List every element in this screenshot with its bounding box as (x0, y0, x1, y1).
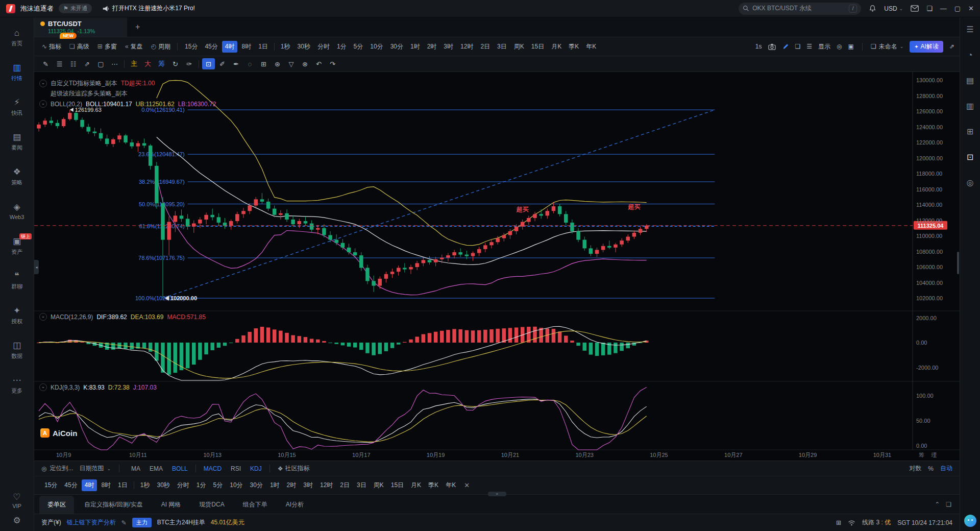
refresh-tool[interactable]: ↻ (169, 58, 182, 69)
account-status-badge[interactable]: ⚑ 未开通 (59, 4, 92, 13)
locate-button[interactable]: ◎ 定位到... (41, 464, 74, 473)
discover-panel-icon[interactable]: ◎ (967, 179, 974, 187)
assets-label[interactable]: 资产(¥) (41, 518, 61, 527)
sidebar-item[interactable]: ◫ 数据 (0, 333, 34, 368)
layout-name-selector[interactable]: ❏ 未命名 (871, 42, 903, 51)
timeframe-button[interactable]: 45分 (61, 479, 80, 491)
ai-explain-button[interactable]: AI解读 (910, 41, 943, 53)
depth-panel-icon[interactable]: ▥ (966, 102, 974, 110)
log-scale-toggle[interactable]: 对数 (909, 464, 921, 473)
currency-selector[interactable]: USD (884, 5, 903, 12)
main-chart-button[interactable]: 主 (128, 58, 140, 69)
timeframe-button[interactable]: 2时 (424, 41, 440, 53)
collapse-panel-icon[interactable]: ⌃ (935, 501, 940, 508)
object-list-icon[interactable]: ☰ (806, 43, 812, 50)
bottom-tab[interactable]: 组合下单 (235, 496, 276, 514)
chart-scrollbar[interactable] (957, 252, 959, 274)
onchain-assets-link[interactable]: 链上链下资产分析 (67, 518, 116, 527)
alerts-panel-icon[interactable]: ◔ (968, 51, 973, 59)
bell-icon[interactable] (869, 5, 876, 12)
line-tools[interactable]: ☰ (53, 58, 66, 69)
magnet-tool[interactable]: ◌ (243, 58, 256, 69)
add-tab-button[interactable]: + (135, 22, 140, 32)
timeframe-button[interactable]: 8时 (98, 479, 114, 491)
timeframe-button[interactable]: 12时 (457, 41, 476, 53)
sidebar-item[interactable]: ⋯ 更多 (0, 368, 34, 402)
timeframe-button[interactable]: 年K (443, 479, 459, 491)
main-force-badge[interactable]: 主力 (132, 518, 152, 527)
percent-scale-toggle[interactable]: % (928, 465, 934, 472)
collapse-chevron-icon[interactable] (39, 100, 47, 108)
panel-layout-icon[interactable]: ❏ (926, 5, 933, 12)
timeframe-button[interactable]: 15日 (388, 479, 407, 491)
sidebar-item[interactable]: ▥ 行情 (0, 55, 34, 90)
sidebar-item[interactable]: ▣ 资产 链上 (0, 229, 34, 263)
close-button[interactable]: ✕ (968, 5, 974, 12)
indicator-toggle[interactable]: MACD (200, 464, 225, 473)
edit-icon[interactable]: ✎ (121, 519, 127, 526)
toolbar-button[interactable]: ⊞ 多窗 (95, 41, 119, 53)
timeframe-button[interactable]: 3时 (440, 41, 456, 53)
camera-icon[interactable] (768, 43, 776, 50)
timeframe-button[interactable]: 4时 (222, 41, 238, 53)
news-panel-icon[interactable]: ▤ (966, 77, 974, 85)
timeframe-button[interactable]: 3日 (494, 41, 510, 53)
indicator-toggle[interactable]: EMA (146, 464, 166, 473)
indicator-toggle[interactable]: MA (128, 464, 144, 473)
filter-tool[interactable]: ▽ (285, 58, 298, 69)
panel-mode-icon[interactable]: ❏ (946, 501, 951, 508)
timeframe-button[interactable]: 2日 (477, 41, 493, 53)
timeframe-button[interactable]: 10分 (227, 479, 246, 491)
minimize-button[interactable]: — (940, 5, 947, 12)
close-timeframe-bar-icon[interactable]: ✕ (464, 481, 470, 489)
timeframe-button[interactable]: 1日 (115, 479, 131, 491)
redo-button[interactable]: ↷ (326, 58, 339, 69)
cursor-select-tool[interactable]: ⊡ (202, 58, 215, 69)
pen-tool[interactable]: ✒ (230, 58, 242, 69)
fullscreen-icon[interactable]: ▣ (848, 43, 854, 50)
indicator-toggle[interactable]: ❖ 社区指标 (274, 463, 313, 474)
timeframe-button[interactable]: 1日 (255, 41, 271, 53)
collapse-chevron-icon[interactable] (39, 80, 47, 87)
shape-tools[interactable]: ▢ (94, 58, 107, 69)
brush-tool[interactable]: ✑ (183, 58, 195, 69)
timeframe-button[interactable]: 季K (566, 41, 582, 53)
timeframe-button[interactable]: 年K (583, 41, 599, 53)
timeframe-button[interactable]: 1秒 (278, 41, 293, 53)
timeframe-button[interactable]: 1时 (407, 41, 423, 53)
timeframe-button[interactable]: 3日 (354, 479, 370, 491)
share-icon[interactable]: ⇗ (949, 43, 954, 50)
app-logo-icon[interactable] (6, 4, 15, 13)
date-range-selector[interactable]: 日期范围 (80, 464, 111, 473)
timeframe-button[interactable]: 分时 (314, 41, 333, 53)
price-chart[interactable]: 0.0%(126190.41)23.6%(120481.47)38.2%(116… (34, 72, 960, 461)
timeframe-button[interactable]: 季K (425, 479, 442, 491)
timeframe-button[interactable]: 30分 (247, 479, 266, 491)
sidebar-collapse-handle[interactable] (34, 260, 39, 274)
search-input[interactable]: OKX BTC/USDT 永续 / (739, 3, 861, 15)
link-tool[interactable]: ⊛ (271, 58, 284, 69)
timeframe-button[interactable]: 1秒 (137, 479, 153, 491)
toolbar-button[interactable]: ∿ 指标 (39, 41, 64, 53)
large-text-button[interactable]: 大 (141, 58, 154, 69)
bottom-tab[interactable]: 委单区 (39, 496, 74, 514)
maximize-button[interactable]: ▢ (954, 5, 961, 12)
layout-panel-icon[interactable]: ⊞ (967, 128, 973, 136)
tab-btc-usdt[interactable]: BTC/USDT 111325.04-1.13% (34, 17, 127, 37)
collapse-chevron-icon[interactable] (39, 313, 47, 321)
timeframe-button[interactable]: 月K (408, 479, 424, 491)
settings-gear-icon[interactable]: ⚙ (13, 516, 20, 525)
add-note-tool[interactable]: ⊞ (257, 58, 270, 69)
undo-button[interactable]: ↶ (312, 58, 325, 69)
indicator-toggle[interactable]: BOLL (168, 464, 191, 473)
mail-icon[interactable] (911, 5, 919, 12)
panel-drag-handle[interactable] (488, 492, 506, 496)
timeframe-button[interactable]: 2日 (337, 479, 353, 491)
display-dot-icon[interactable]: ◎ (837, 43, 842, 50)
watchlist-panel-icon[interactable]: ☰ (966, 26, 973, 34)
sidebar-item[interactable]: ◈ Web3 (0, 194, 34, 229)
replay-speed[interactable]: 1s (755, 43, 762, 50)
timeframe-button[interactable]: 周K (511, 41, 527, 53)
vip-button[interactable]: ♡ VIP (12, 493, 21, 509)
timeframe-button[interactable]: 2时 (284, 479, 300, 491)
